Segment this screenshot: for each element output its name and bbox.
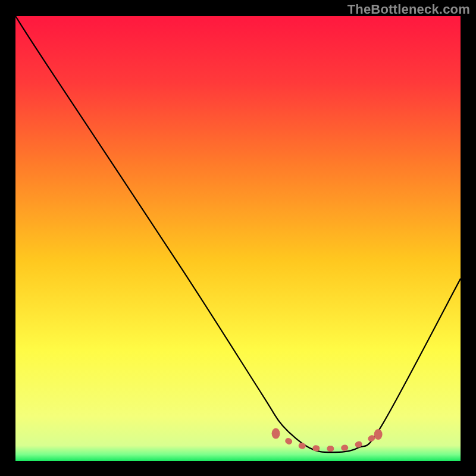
gradient-background xyxy=(15,16,461,461)
optimal-zone-endpoint xyxy=(374,429,383,440)
chart-frame xyxy=(15,16,461,461)
bottleneck-chart xyxy=(15,16,461,461)
optimal-zone-endpoint xyxy=(272,428,280,439)
watermark-text: TheBottleneck.com xyxy=(347,2,470,17)
